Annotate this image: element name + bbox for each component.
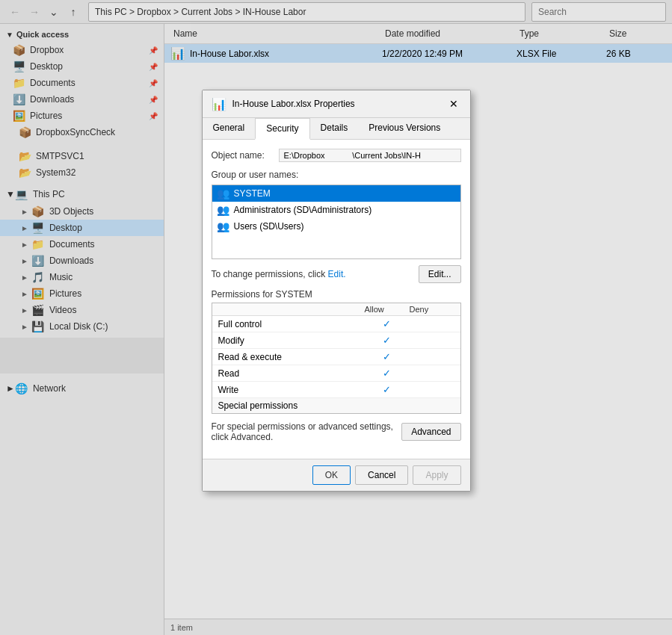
object-name-label: Object name: <box>212 150 279 161</box>
perm-name: Read & execute <box>218 352 365 362</box>
object-name-row: Object name: E:\Dropbox \Current Jobs\IN… <box>212 149 461 162</box>
modal-close-button[interactable]: ✕ <box>446 96 461 111</box>
advanced-button[interactable]: Advanced <box>401 423 460 441</box>
modal-title-icon: 📊 <box>212 97 226 111</box>
system-icon: 👥 <box>217 188 229 199</box>
edit-link[interactable]: Edit. <box>328 269 346 279</box>
modal-title: 📊 In-House Labor.xlsx Properties <box>212 97 355 111</box>
perm-header-row: Allow Deny <box>212 303 460 316</box>
tab-security[interactable]: Security <box>255 118 309 140</box>
perm-row-full-control: Full control ✓ <box>212 316 460 332</box>
perm-row-special: Special permissions <box>212 398 460 413</box>
group-item-system[interactable]: 👥 SYSTEM <box>212 185 460 202</box>
perm-row-write: Write ✓ <box>212 382 460 398</box>
ok-button[interactable]: OK <box>312 465 351 485</box>
administrators-icon: 👥 <box>217 204 229 216</box>
perm-allow-check: ✓ <box>365 368 410 379</box>
perm-allow-check: ✓ <box>365 384 410 395</box>
change-perm-row: To change permissions, click Edit. Edit.… <box>212 265 461 283</box>
perm-name: Full control <box>218 319 365 329</box>
advanced-row: For special permissions or advanced sett… <box>212 421 461 442</box>
group-item-label: SYSTEM <box>234 188 271 199</box>
properties-modal: 📊 In-House Labor.xlsx Properties ✕ Gener… <box>202 90 471 492</box>
permissions-container: Allow Deny Full control ✓ Modify ✓ Read … <box>212 303 461 414</box>
perm-col-name <box>218 305 365 314</box>
users-icon: 👥 <box>217 220 229 232</box>
group-list: 👥 SYSTEM 👥 Administrators (SD\Administra… <box>212 185 461 259</box>
object-name-value: E:\Dropbox \Current Jobs\IN-H <box>279 149 461 162</box>
perm-row-modify: Modify ✓ <box>212 332 460 349</box>
edit-button[interactable]: Edit... <box>419 265 461 283</box>
tab-previous-versions[interactable]: Previous Versions <box>358 118 451 139</box>
perm-col-allow: Allow <box>365 305 410 314</box>
group-item-users[interactable]: 👥 Users (SD\Users) <box>212 218 460 235</box>
group-label: Group or user names: <box>212 170 461 180</box>
change-perm-text: To change permissions, click Edit. <box>212 269 419 279</box>
group-item-label: Users (SD\Users) <box>234 221 304 232</box>
group-item-label: Administrators (SD\Administrators) <box>234 205 372 215</box>
modal-tabs: General Security Details Previous Versio… <box>203 118 470 140</box>
perm-allow-check: ✓ <box>365 335 410 346</box>
perm-name: Special permissions <box>218 400 365 411</box>
perm-row-read: Read ✓ <box>212 365 460 382</box>
modal-title-bar: 📊 In-House Labor.xlsx Properties ✕ <box>203 90 470 118</box>
perm-allow-check: ✓ <box>365 351 410 362</box>
perm-name: Read <box>218 368 365 379</box>
modal-overlay: 📊 In-House Labor.xlsx Properties ✕ Gener… <box>0 0 672 635</box>
advanced-text: For special permissions or advanced sett… <box>212 421 402 442</box>
tab-details[interactable]: Details <box>310 118 359 139</box>
modal-body: Object name: E:\Dropbox \Current Jobs\IN… <box>203 140 470 459</box>
modal-title-text: In-House Labor.xlsx Properties <box>232 99 355 109</box>
tab-general[interactable]: General <box>203 118 256 139</box>
perm-name: Write <box>218 385 365 395</box>
modal-footer: OK Cancel Apply <box>203 459 470 491</box>
apply-button[interactable]: Apply <box>413 465 460 485</box>
perm-row-read-execute: Read & execute ✓ <box>212 349 460 365</box>
perm-allow-check: ✓ <box>365 318 410 329</box>
perm-section-title: Permissions for SYSTEM <box>212 289 461 300</box>
group-item-administrators[interactable]: 👥 Administrators (SD\Administrators) <box>212 202 460 218</box>
perm-name: Modify <box>218 335 365 346</box>
cancel-button[interactable]: Cancel <box>355 465 408 485</box>
perm-col-deny: Deny <box>410 305 454 314</box>
